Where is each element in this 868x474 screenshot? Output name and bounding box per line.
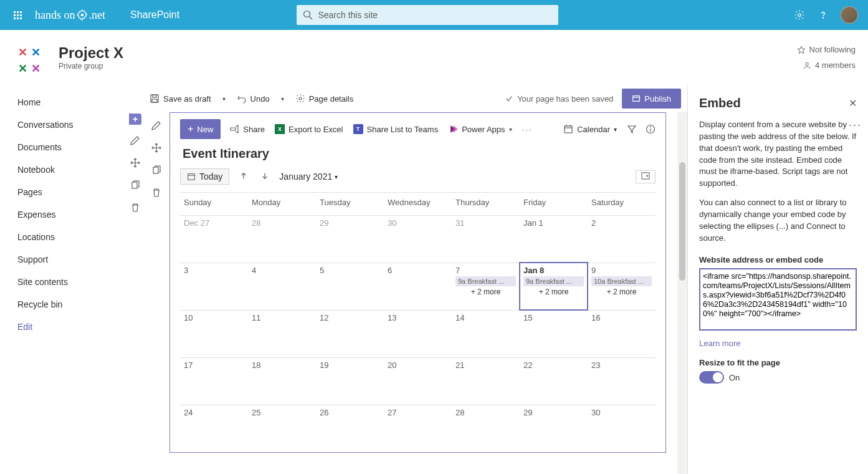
calendar-cell[interactable]: 29 bbox=[520, 405, 588, 452]
calendar-cell[interactable]: 3 bbox=[180, 263, 248, 310]
nav-documents[interactable]: Documents bbox=[0, 136, 125, 158]
nav-edit[interactable]: Edit bbox=[0, 316, 125, 338]
calendar-cell[interactable]: 31 bbox=[452, 215, 520, 263]
nav-site-contents[interactable]: Site contents bbox=[0, 271, 125, 293]
calendar-cell[interactable]: 20 bbox=[384, 357, 452, 405]
more-events[interactable]: + 2 more bbox=[523, 288, 584, 296]
calendar-cell[interactable]: 6 bbox=[384, 263, 452, 310]
calendar-cell[interactable]: 30 bbox=[384, 215, 452, 263]
save-draft-button[interactable]: Save as draft bbox=[145, 89, 216, 109]
delete-webpart-button[interactable] bbox=[147, 183, 166, 202]
nav-expenses[interactable]: Expenses bbox=[0, 203, 125, 226]
follow-button[interactable]: Not following bbox=[797, 45, 856, 54]
edit-webpart-button[interactable] bbox=[147, 116, 166, 135]
calendar-cell[interactable]: 15 bbox=[520, 310, 588, 357]
resize-toggle[interactable] bbox=[699, 371, 724, 384]
calendar-cell[interactable]: 13 bbox=[384, 310, 452, 357]
nav-locations[interactable]: Locations bbox=[0, 226, 125, 248]
calendar-cell[interactable]: 23 bbox=[588, 357, 656, 405]
calendar-cell[interactable]: 11 bbox=[248, 310, 316, 357]
calendar-cell[interactable]: 21 bbox=[452, 357, 520, 405]
powerapps-button[interactable]: Power Apps ▾ bbox=[447, 122, 513, 137]
nav-conversations[interactable]: Conversations bbox=[0, 114, 125, 136]
duplicate-section-button[interactable] bbox=[126, 176, 145, 195]
calendar-cell[interactable]: Jan 1 bbox=[520, 215, 588, 263]
export-excel-button[interactable]: X Export to Excel bbox=[274, 122, 344, 137]
calendar-cell[interactable]: 30 bbox=[588, 405, 656, 452]
calendar-cell[interactable]: 19 bbox=[316, 357, 384, 405]
save-chevron[interactable]: ▾ bbox=[219, 95, 229, 102]
nav-support[interactable]: Support bbox=[0, 248, 125, 271]
embed-code-input[interactable] bbox=[699, 268, 857, 331]
add-event-button[interactable] bbox=[636, 170, 656, 183]
prev-month-button[interactable] bbox=[237, 169, 250, 185]
calendar-cell[interactable]: 9 10a Breakfast ... + 2 more bbox=[588, 263, 656, 310]
delete-section-button[interactable] bbox=[126, 198, 145, 217]
nav-pages[interactable]: Pages bbox=[0, 181, 125, 203]
month-picker[interactable]: January 2021 ▾ bbox=[279, 172, 338, 181]
calendar-cell[interactable]: 10 bbox=[180, 310, 248, 357]
site-title[interactable]: Project X bbox=[59, 44, 123, 62]
calendar-cell[interactable]: 2 bbox=[588, 215, 656, 263]
panel-more-button[interactable]: ··· bbox=[849, 119, 862, 132]
share-button[interactable]: Share bbox=[228, 122, 266, 137]
user-avatar[interactable] bbox=[841, 6, 858, 24]
calendar-cell[interactable]: 7 9a Breakfast ... + 2 more bbox=[452, 263, 520, 310]
calendar-cell[interactable]: 26 bbox=[316, 405, 384, 452]
nav-notebook[interactable]: Notebook bbox=[0, 158, 125, 181]
calendar-cell[interactable]: 18 bbox=[248, 357, 316, 405]
members-button[interactable]: 4 members bbox=[803, 60, 856, 70]
app-launcher[interactable] bbox=[5, 0, 30, 30]
calendar-cell[interactable]: 4 bbox=[248, 263, 316, 310]
event-chip[interactable]: 9a Breakfast ... bbox=[523, 276, 584, 286]
info-icon[interactable] bbox=[646, 124, 656, 134]
settings-button[interactable] bbox=[793, 9, 806, 21]
calendar-cell[interactable]: 5 bbox=[316, 263, 384, 310]
event-chip[interactable]: 9a Breakfast ... bbox=[455, 276, 516, 286]
move-webpart-button[interactable] bbox=[147, 138, 166, 157]
help-button[interactable] bbox=[817, 9, 829, 21]
undo-chevron[interactable]: ▾ bbox=[277, 95, 288, 102]
calendar-cell[interactable]: 25 bbox=[248, 405, 316, 452]
calendar-cell[interactable]: 29 bbox=[316, 215, 384, 263]
calendar-cell[interactable]: 28 bbox=[248, 215, 316, 263]
new-button[interactable]: + New bbox=[180, 119, 221, 139]
app-name[interactable]: SharePoint bbox=[130, 9, 179, 21]
event-chip[interactable]: 10a Breakfast ... bbox=[591, 276, 652, 286]
more-events[interactable]: + 2 more bbox=[591, 288, 652, 296]
calendar-cell-today[interactable]: Jan 8 9a Breakfast ... + 2 more bbox=[520, 263, 588, 310]
close-panel-button[interactable]: ✕ bbox=[849, 97, 857, 109]
filter-icon[interactable] bbox=[627, 124, 637, 134]
publish-button[interactable]: Publish bbox=[622, 89, 681, 109]
calendar-cell[interactable]: 12 bbox=[316, 310, 384, 357]
undo-button[interactable]: Undo bbox=[232, 89, 275, 109]
nav-recycle-bin[interactable]: Recycle bin bbox=[0, 293, 125, 316]
add-section-button[interactable]: + bbox=[129, 114, 141, 125]
calendar-cell[interactable]: 16 bbox=[588, 310, 656, 357]
more-button[interactable]: ··· bbox=[521, 122, 534, 137]
share-teams-button[interactable]: T Share List to Teams bbox=[352, 122, 440, 137]
embed-webpart[interactable]: + New Share X Export to Excel bbox=[169, 112, 666, 453]
scrollbar-thumb[interactable] bbox=[679, 162, 685, 281]
duplicate-webpart-button[interactable] bbox=[147, 161, 166, 180]
calendar-cell[interactable]: 28 bbox=[452, 405, 520, 452]
tenant-brand[interactable]: hands on .net bbox=[35, 9, 105, 22]
calendar-cell[interactable]: 17 bbox=[180, 357, 248, 405]
calendar-cell[interactable]: 27 bbox=[384, 405, 452, 452]
calendar-cell[interactable]: 14 bbox=[452, 310, 520, 357]
next-month-button[interactable] bbox=[258, 169, 272, 185]
calendar-cell[interactable]: 24 bbox=[180, 405, 248, 452]
move-section-button[interactable] bbox=[126, 153, 145, 172]
nav-home[interactable]: Home bbox=[0, 91, 125, 114]
learn-more-link[interactable]: Learn more bbox=[699, 339, 740, 348]
page-details-button[interactable]: Page details bbox=[290, 89, 359, 109]
search-box[interactable]: Search this site bbox=[297, 5, 558, 25]
calendar-cell[interactable]: Dec 27 bbox=[180, 215, 248, 263]
today-button[interactable]: Today bbox=[180, 168, 229, 185]
edit-section-button[interactable] bbox=[126, 131, 145, 150]
view-selector[interactable]: Calendar ▾ bbox=[562, 122, 618, 137]
scrollbar[interactable] bbox=[677, 112, 687, 474]
site-logo[interactable]: ✕✕ ✕✕ bbox=[12, 41, 46, 74]
more-events[interactable]: + 2 more bbox=[455, 288, 516, 296]
calendar-cell[interactable]: 22 bbox=[520, 357, 588, 405]
